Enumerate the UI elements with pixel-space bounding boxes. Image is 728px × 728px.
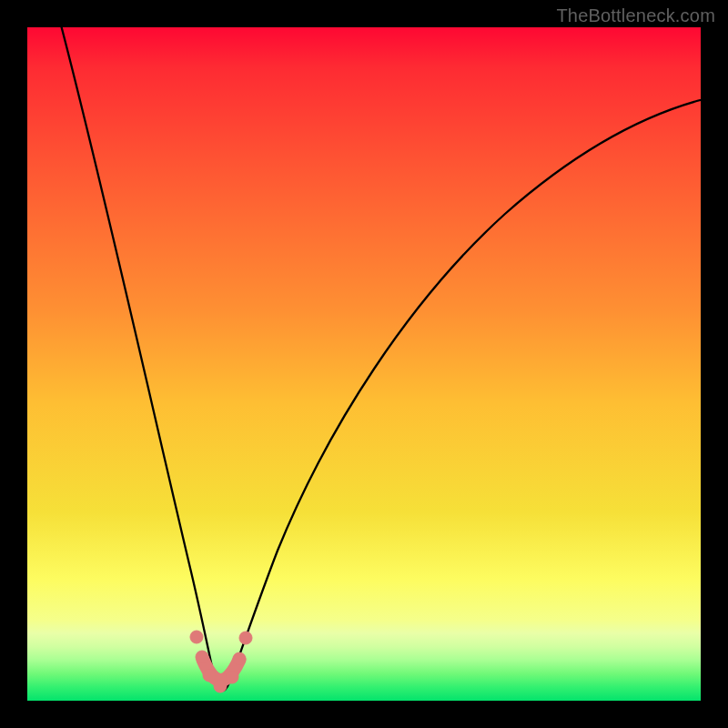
bottleneck-curve (59, 27, 701, 691)
minimum-marker-dot (226, 671, 238, 683)
minimum-marker-dot (190, 631, 203, 643)
minimum-marker-dot (196, 651, 208, 663)
minimum-marker-dot (214, 680, 227, 693)
minimum-marker-dot (239, 632, 252, 644)
plot-area (27, 27, 701, 701)
minimum-marker-dot (233, 652, 246, 665)
chart-frame: TheBottleneck.com (0, 0, 728, 728)
minimum-marker-dot (203, 669, 216, 682)
watermark-text: TheBottleneck.com (556, 5, 715, 26)
bottleneck-curve-svg (27, 27, 701, 701)
